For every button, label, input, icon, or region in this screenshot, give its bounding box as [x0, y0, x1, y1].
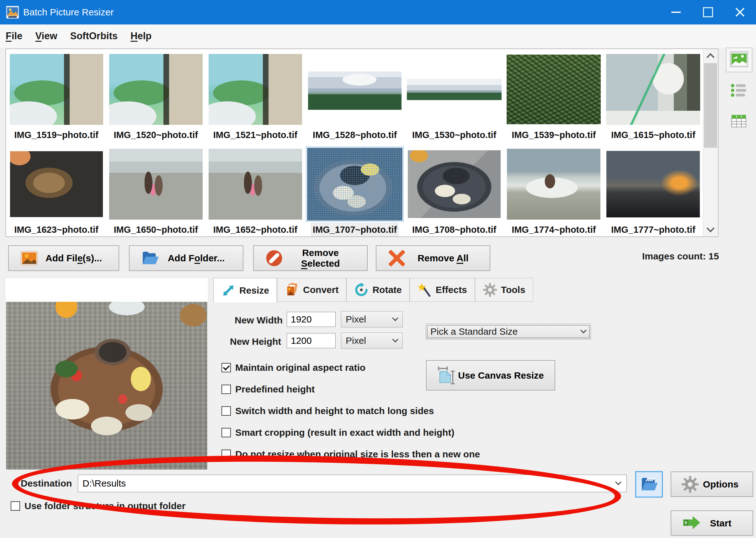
thumbnail-item-img-1615-photo-tif[interactable]: IMG_1615~photo.tif: [604, 50, 703, 143]
label-mnemonic: A: [457, 253, 463, 263]
thumbnail-image-wrap: [205, 145, 305, 223]
browse-destination-button[interactable]: [635, 471, 663, 498]
thumbnail-filename: IMG_1708~photo.tif: [412, 223, 496, 237]
thumbnail-item-img-1519-photo-tif[interactable]: IMG_1519~photo.tif: [7, 50, 106, 143]
add-folder-icon: [141, 249, 159, 267]
add-files-button[interactable]: Add File(s)...: [8, 245, 119, 271]
destination-combobox[interactable]: [78, 475, 627, 492]
use-canvas-resize-label: Use Canvas Resize: [456, 370, 553, 381]
thumbnail-row: IMG_1623~photo.tifIMG_1650~photo.tifIMG_…: [7, 145, 703, 237]
menu-item-help[interactable]: Help: [130, 28, 152, 44]
destination-input[interactable]: [78, 478, 610, 489]
checkbox-use-folder-structure[interactable]: Use folder structure in output folder: [11, 501, 186, 511]
tab-convert[interactable]: Convert: [277, 278, 346, 302]
gear-icon: [483, 283, 497, 297]
checkbox-box[interactable]: [222, 406, 231, 416]
vertical-scrollbar: [703, 49, 718, 236]
window-title: Batch Picture Resizer: [23, 7, 114, 18]
new-width-input[interactable]: [287, 312, 336, 327]
thumbnail-item-img-1650-photo-tif[interactable]: IMG_1650~photo.tif: [106, 145, 205, 237]
remove-selected-button[interactable]: Remove Selected: [253, 245, 368, 271]
list-view-button[interactable]: [726, 79, 752, 103]
checkbox-box[interactable]: [11, 501, 20, 511]
width-unit-value: Pixel: [341, 314, 388, 325]
resize-arrows-icon: [221, 283, 236, 298]
thumbnail-item-img-1520-photo-tif[interactable]: IMG_1520~photo.tif: [106, 50, 205, 143]
menu-item-softorbits[interactable]: SoftOrbits: [70, 28, 119, 44]
thumbnail-image: [407, 79, 502, 100]
thumbnail-item-img-1708-photo-tif[interactable]: IMG_1708~photo.tif: [405, 145, 504, 237]
use-canvas-resize-button[interactable]: Use Canvas Resize: [426, 360, 555, 391]
chevron-down-icon: [610, 481, 626, 486]
thumbnail-item-img-1777-photo-tif[interactable]: IMG_1777~photo.tif: [604, 145, 703, 237]
scroll-up-button[interactable]: [703, 49, 718, 62]
maximize-button[interactable]: [692, 0, 724, 25]
width-unit-select[interactable]: Pixel: [341, 311, 403, 328]
thumbnail-image: [606, 151, 700, 217]
thumbnail-item-img-1539-photo-tif[interactable]: IMG_1539~photo.tif: [504, 50, 604, 143]
app-icon: [6, 6, 19, 19]
thumbnail-image-wrap: [604, 145, 703, 223]
thumbnail-item-img-1521-photo-tif[interactable]: IMG_1521~photo.tif: [205, 50, 305, 143]
label-post: ll: [463, 253, 469, 263]
tab-tools[interactable]: Tools: [475, 278, 533, 302]
options-button[interactable]: Options: [671, 471, 753, 497]
start-button[interactable]: Start: [671, 511, 753, 536]
minimize-button[interactable]: [660, 0, 692, 25]
thumbnail-image-wrap: [7, 50, 106, 129]
label-pre: Add Fil: [45, 253, 78, 263]
new-height-label: New Height: [230, 336, 281, 347]
thumbnail-image-wrap: [405, 50, 504, 129]
add-folder-button[interactable]: Add Folder...: [129, 245, 243, 271]
remove-all-button[interactable]: Remove All: [376, 245, 490, 271]
thumbnail-grid: IMG_1519~photo.tifIMG_1520~photo.tifIMG_…: [7, 50, 703, 236]
label-post: elected: [307, 258, 340, 269]
add-image-icon: [20, 249, 38, 267]
tab-effects[interactable]: Effects: [410, 278, 475, 302]
label-post: lder...: [200, 253, 225, 263]
close-icon: [735, 7, 745, 17]
tab-resize[interactable]: Resize: [213, 278, 277, 302]
tab-rotate[interactable]: Rotate: [346, 278, 409, 302]
view-mode-toolbar: [724, 48, 754, 140]
label-pre: Add F: [168, 253, 194, 263]
close-button[interactable]: [724, 0, 756, 25]
new-height-input[interactable]: [287, 333, 336, 348]
thumbnail-item-img-1652-photo-tif[interactable]: IMG_1652~photo.tif: [205, 145, 305, 237]
checkbox-box[interactable]: [222, 450, 231, 459]
thumbnail-item-img-1530-photo-tif[interactable]: IMG_1530~photo.tif: [405, 50, 504, 143]
checkbox-switch-width-and-height-to-match-long-sides[interactable]: Switch width and height to match long si…: [222, 406, 480, 416]
thumbnail-item-img-1707-photo-tif[interactable]: IMG_1707~photo.tif: [305, 145, 405, 237]
scrollbar-thumb[interactable]: [704, 63, 717, 148]
add-files-label: Add File(s)...: [38, 253, 117, 263]
thumbnail-filename: IMG_1774~photo.tif: [512, 223, 596, 237]
checkbox-do-not-resize-when-original-size-is-less-then-a-new-one[interactable]: Do not resize when original size is less…: [222, 450, 480, 459]
thumbnail-item-img-1623-photo-tif[interactable]: IMG_1623~photo.tif: [7, 145, 106, 237]
tab-label: Convert: [303, 285, 339, 295]
label-mnemonic: S: [301, 258, 307, 269]
checkbox-smart-cropping-result-in-exact-width-and-height[interactable]: Smart cropping (result in exact width an…: [222, 428, 480, 437]
thumbnail-item-img-1774-photo-tif[interactable]: IMG_1774~photo.tif: [504, 145, 604, 237]
thumbnail-item-img-1528-photo-tif[interactable]: IMG_1528~photo.tif: [305, 50, 405, 143]
checkbox-box[interactable]: [222, 385, 231, 394]
thumbnail-filename: IMG_1528~photo.tif: [313, 129, 397, 142]
thumbnails-view-button[interactable]: [726, 48, 752, 72]
titlebar: Batch Picture Resizer: [0, 0, 756, 25]
thumbnail-image: [10, 54, 103, 125]
canvas-resize-icon: [437, 366, 456, 385]
table-view-button[interactable]: [726, 110, 752, 134]
menu-item-view[interactable]: View: [34, 28, 58, 44]
thumbnail-image: [109, 149, 203, 220]
standard-size-select[interactable]: Pick a Standard Size: [426, 324, 591, 340]
height-unit-select[interactable]: Pixel: [341, 333, 403, 349]
thumbnail-filename: IMG_1615~photo.tif: [611, 129, 695, 142]
checkbox-box[interactable]: [222, 428, 231, 437]
standard-size-value: Pick a Standard Size: [426, 326, 576, 337]
menu-item-file[interactable]: File: [5, 28, 23, 44]
checkbox-label: Do not resize when original size is less…: [235, 449, 480, 459]
scroll-down-button[interactable]: [703, 223, 718, 236]
thumbnail-image: [109, 54, 203, 125]
checkbox-box[interactable]: [222, 363, 231, 372]
thumbnail-image-wrap: [305, 50, 405, 129]
thumbnail-image-wrap: [106, 50, 205, 129]
